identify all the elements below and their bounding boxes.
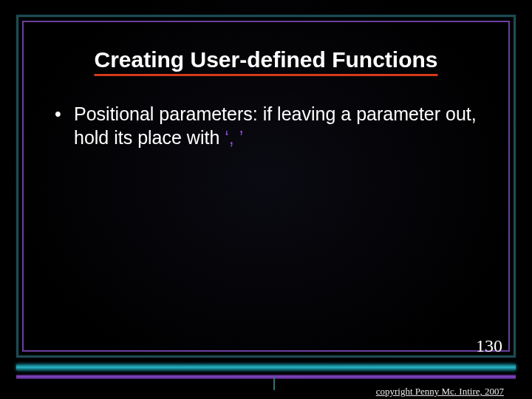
page-number: 130 [476, 336, 502, 356]
slide-title: Creating User-defined Functions [94, 47, 437, 76]
bullet-token: ‘, ’ [225, 127, 243, 148]
bottom-tick [273, 377, 275, 390]
bullet-list: Positional parameters: if leaving a para… [52, 102, 488, 149]
purple-bar [16, 375, 516, 379]
bottom-accent [16, 364, 516, 385]
copyright-text: copyright Penny Mc. Intire, 2007 [376, 386, 504, 399]
slide: Creating User-defined Functions Position… [0, 0, 532, 399]
slide-body: Positional parameters: if leaving a para… [52, 102, 488, 149]
bullet-text-before: Positional parameters: if leaving a para… [74, 103, 477, 148]
teal-bar [16, 364, 516, 370]
bullet-item: Positional parameters: if leaving a para… [52, 102, 488, 149]
